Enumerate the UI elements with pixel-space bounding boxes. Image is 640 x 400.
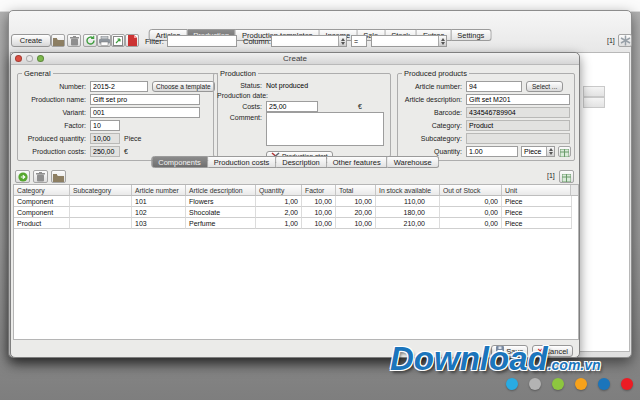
column-select[interactable] <box>271 35 347 47</box>
folder-button[interactable] <box>51 34 65 47</box>
folder-icon <box>53 168 64 186</box>
stepper-icon <box>438 36 446 46</box>
table-header-row: Category Subcategory Article number Arti… <box>14 185 572 196</box>
watermark-dot <box>506 378 518 390</box>
folder-icon <box>53 32 64 50</box>
trash-icon <box>36 168 45 186</box>
cancel-label: Cancel <box>545 347 568 356</box>
column-header[interactable]: Subcategory <box>70 185 132 196</box>
cell: Product <box>14 218 70 229</box>
column-header[interactable]: Category <box>14 185 70 196</box>
detail-tab-bar: Components Production costs Description … <box>151 156 439 168</box>
secondary-filter-select[interactable] <box>371 35 447 47</box>
export-button[interactable] <box>111 34 125 47</box>
column-header[interactable]: Out of Stock <box>440 185 502 196</box>
column-header[interactable]: Total <box>336 185 376 196</box>
component-folder-button[interactable] <box>51 170 66 183</box>
tab-description[interactable]: Description <box>276 156 327 168</box>
number-label: Number: <box>20 83 90 90</box>
refresh-button[interactable] <box>83 34 97 47</box>
cell: Component <box>14 196 70 207</box>
article-number-label: Article number: <box>400 83 466 90</box>
cell: 0,00 <box>440 196 502 207</box>
production-costs-field <box>90 146 120 157</box>
column-header[interactable]: In stock available <box>376 185 440 196</box>
dialog-buttons: Save × Cancel <box>491 345 573 357</box>
delete-button[interactable] <box>67 34 81 47</box>
column-header[interactable]: Article description <box>186 185 256 196</box>
column-header[interactable]: Factor <box>302 185 336 196</box>
column-header[interactable]: Article number <box>132 185 186 196</box>
grid-icon <box>560 143 569 161</box>
table-row[interactable]: Component 102 Shocolate 2,00 10,00 20,00… <box>14 207 572 218</box>
filter-input[interactable] <box>167 35 237 47</box>
print-button[interactable] <box>97 34 111 47</box>
article-description-input[interactable] <box>466 94 570 105</box>
category-field <box>466 120 570 131</box>
number-input[interactable] <box>90 81 148 92</box>
watermark-dot <box>529 378 541 390</box>
export-icon <box>113 32 123 50</box>
background-header-cell <box>583 97 605 108</box>
cancel-button[interactable]: × Cancel <box>532 345 573 357</box>
operator-select[interactable]: = <box>351 35 367 47</box>
watermark-suffix: .com.vn <box>548 357 601 373</box>
factor-input[interactable] <box>90 120 120 131</box>
production-name-label: Production name: <box>20 96 90 103</box>
tab-other-features[interactable]: Other features <box>327 156 388 168</box>
cell: 10,00 <box>302 218 336 229</box>
save-button[interactable]: Save <box>491 345 528 357</box>
article-number-input[interactable] <box>466 81 522 92</box>
dialog-title: Create <box>11 54 579 63</box>
tab-production-costs[interactable]: Production costs <box>208 156 276 168</box>
column-header[interactable]: Unit <box>502 185 572 196</box>
quantity-input[interactable] <box>466 146 518 157</box>
column-label: Column: <box>243 37 271 46</box>
grid-settings-button[interactable] <box>559 170 574 183</box>
table-scrollbar-corner <box>570 185 578 196</box>
produced-quantity-field <box>90 133 120 144</box>
tab-components[interactable]: Components <box>151 156 208 168</box>
add-arrow-icon <box>18 168 28 186</box>
table-row[interactable]: Product 103 Perfume 1,00 10,00 10,00 210… <box>14 218 572 229</box>
costs-input[interactable] <box>266 101 318 112</box>
produced-products-group: Produced products Article number: Select… <box>397 69 575 161</box>
status-value: Not produced <box>266 82 308 89</box>
create-button[interactable]: Create <box>11 34 51 47</box>
comment-textarea[interactable] <box>266 112 384 146</box>
dialog-title-bar[interactable]: Create <box>11 53 579 65</box>
cell: 20,00 <box>336 207 376 218</box>
cell: 10,00 <box>302 207 336 218</box>
table-row[interactable]: Component 101 Flowers 1,00 10,00 10,00 1… <box>14 196 572 207</box>
add-component-button[interactable] <box>15 170 30 183</box>
subcategory-field <box>466 133 570 144</box>
cell: 10,00 <box>336 196 376 207</box>
production-legend: Production <box>218 69 258 78</box>
tab-warehouse[interactable]: Warehouse <box>388 156 439 168</box>
settings-button[interactable] <box>618 34 632 47</box>
unit-grid-button[interactable] <box>558 146 571 157</box>
factor-label: Factor: <box>20 122 90 129</box>
background-header-cell <box>583 86 605 97</box>
choose-template-button[interactable]: Choose a template <box>152 81 215 92</box>
select-article-button[interactable]: Select ... <box>526 81 563 92</box>
operator-select-value: = <box>352 36 366 46</box>
trash-icon <box>70 32 79 50</box>
column-header[interactable]: Quantity <box>256 185 302 196</box>
watermark-dots <box>506 378 633 390</box>
production-group: Production Status: Not produced Producti… <box>213 69 391 157</box>
cell <box>70 207 132 218</box>
cell: Flowers <box>186 196 256 207</box>
pdf-button[interactable] <box>125 34 139 47</box>
subcategory-label: Subcategory: <box>400 135 466 142</box>
watermark-dot <box>552 378 564 390</box>
watermark-dot <box>598 378 610 390</box>
variant-input[interactable] <box>90 107 200 118</box>
cell: 110,00 <box>376 196 440 207</box>
tab-settings[interactable]: Settings <box>451 29 491 41</box>
production-name-input[interactable] <box>90 94 200 105</box>
production-costs-label: Production costs: <box>20 148 90 155</box>
quantity-unit-select[interactable]: Piece <box>521 146 555 157</box>
remove-component-button[interactable] <box>33 170 48 183</box>
barcode-label: Barcode: <box>400 109 466 116</box>
